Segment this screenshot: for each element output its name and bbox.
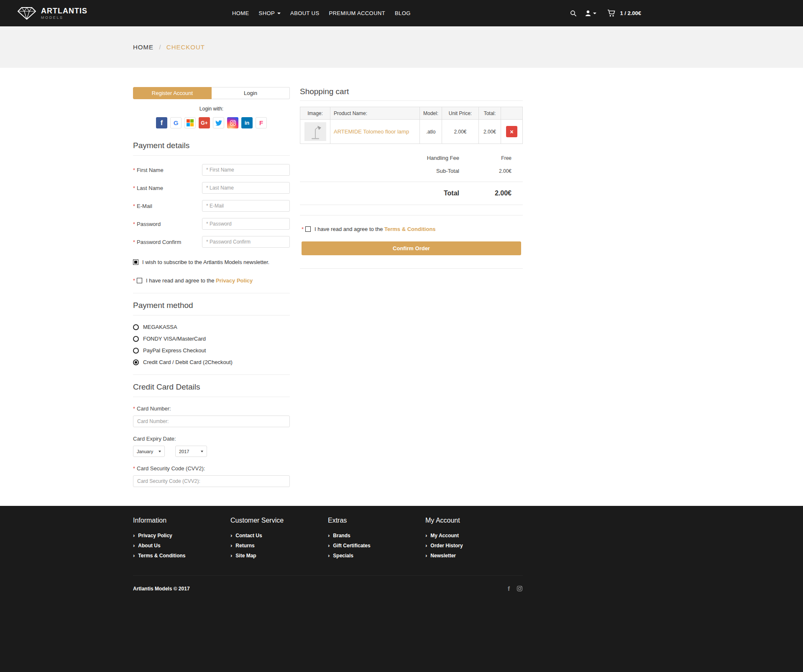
chevron-right-icon: ›	[425, 533, 427, 538]
footer-col-title: Customer Service	[230, 517, 328, 524]
paypal-label: PayPal Express Checkout	[143, 347, 206, 354]
nav-shop[interactable]: SHOP	[259, 10, 281, 16]
google-login-button[interactable]: G	[170, 117, 182, 128]
divider	[300, 205, 523, 205]
cvv-input[interactable]	[133, 475, 290, 487]
footer-link-contact-us[interactable]: ›Contact Us	[230, 533, 328, 539]
fondy-radio[interactable]	[133, 336, 139, 342]
breadcrumb-separator: /	[159, 44, 161, 51]
newsletter-checkbox[interactable]	[133, 259, 138, 265]
checkout-page: Register Account Login Login with: f G G…	[133, 68, 523, 506]
megakassa-radio[interactable]	[133, 324, 139, 330]
foursquare-icon: F	[259, 119, 263, 126]
terms-checkbox[interactable]	[305, 226, 311, 232]
microsoft-login-button[interactable]	[184, 117, 196, 128]
sub-total-row: Sub-Total 2.00€	[300, 168, 523, 174]
privacy-policy-link[interactable]: Privacy Policy	[216, 277, 253, 284]
tab-login[interactable]: Login	[212, 87, 290, 99]
footer-link-privacy-policy[interactable]: ›Privacy Policy	[133, 533, 230, 539]
card-number-input[interactable]	[133, 416, 290, 427]
product-model: .atlo	[419, 120, 442, 144]
footer-link-my-account[interactable]: ›My Account	[425, 533, 523, 539]
payment-option-2checkout: Credit Card / Debit Card (2Checkout)	[133, 359, 290, 365]
footer-link-gift-certificates[interactable]: ›Gift Certificates	[328, 543, 425, 549]
sub-total-label: Sub-Total	[436, 168, 459, 174]
col-model: Model:	[419, 107, 442, 120]
footer-link-site-map[interactable]: ›Site Map	[230, 553, 328, 559]
chevron-right-icon: ›	[133, 533, 135, 538]
foursquare-login-button[interactable]: F	[256, 117, 267, 128]
instagram-login-button[interactable]	[227, 117, 238, 128]
twitter-login-button[interactable]	[213, 117, 224, 128]
search-button[interactable]	[570, 10, 577, 17]
card-expiry-label: Card Expiry Date:	[133, 436, 290, 442]
credit-card-radio[interactable]	[133, 359, 139, 365]
footer-instagram-link[interactable]	[517, 585, 523, 592]
first-name-input[interactable]	[202, 164, 290, 176]
cart-item-row: ARTEMIDE Tolomeo floor lamp .atlo 2.00€ …	[300, 120, 523, 144]
linkedin-login-button[interactable]: in	[241, 117, 253, 128]
instagram-icon	[517, 585, 523, 592]
account-tabs: Register Account Login	[133, 87, 290, 99]
product-name-link[interactable]: ARTEMIDE Tolomeo floor lamp	[334, 128, 409, 135]
facebook-login-button[interactable]: f	[156, 117, 167, 128]
remove-item-button[interactable]: ×	[506, 126, 517, 137]
expiry-month-select[interactable]: January	[133, 446, 165, 457]
expiry-selects: January 2017	[133, 446, 290, 457]
payment-option-paypal: PayPal Express Checkout	[133, 347, 290, 354]
tab-register-account[interactable]: Register Account	[133, 87, 212, 99]
footer-link-terms-conditions[interactable]: ›Terms & Conditions	[133, 553, 230, 559]
footer-link-about-us[interactable]: ›About Us	[133, 543, 230, 549]
chevron-right-icon: ›	[230, 544, 232, 548]
nav-home[interactable]: HOME	[232, 10, 249, 16]
google-plus-login-button[interactable]: G+	[199, 117, 210, 128]
footer-link-brands[interactable]: ›Brands	[328, 533, 425, 539]
required-mark: *	[133, 465, 135, 472]
search-icon	[570, 10, 577, 17]
footer-link-specials[interactable]: ›Specials	[328, 553, 425, 559]
shopping-cart-title: Shopping cart	[300, 87, 523, 101]
nav-about-us[interactable]: ABOUT US	[290, 10, 319, 16]
password-confirm-input[interactable]	[202, 236, 290, 248]
facebook-icon: f	[508, 585, 510, 592]
product-thumbnail[interactable]	[304, 122, 326, 141]
nav-blog[interactable]: BLOG	[395, 10, 411, 16]
footer-link-newsletter[interactable]: ›Newsletter	[425, 553, 523, 559]
google-icon: G	[174, 119, 179, 126]
breadcrumb: HOME / CHECKOUT	[133, 44, 523, 51]
password-label: *Password	[133, 221, 202, 227]
paypal-radio[interactable]	[133, 348, 139, 354]
footer-facebook-link[interactable]: f	[508, 585, 510, 592]
nav-premium-account[interactable]: PREMIUM ACCOUNT	[329, 10, 385, 16]
account-menu-button[interactable]	[585, 10, 596, 16]
credit-card-title: Credit Card Details	[133, 382, 290, 397]
cart-icon	[607, 9, 616, 17]
checkout-right-column: Shopping cart Image: Product Name: Model…	[300, 87, 523, 487]
email-input[interactable]	[202, 200, 290, 212]
chevron-down-icon	[593, 13, 596, 14]
floor-lamp-image	[308, 124, 322, 140]
terms-conditions-link[interactable]: Terms & Conditions	[384, 226, 436, 232]
col-total: Total:	[479, 107, 501, 120]
chevron-right-icon: ›	[425, 544, 427, 548]
confirm-order-button[interactable]: Confirm Order	[302, 241, 521, 255]
linkedin-icon: in	[245, 120, 250, 126]
brand-logo[interactable]: ARTLANTIS MODELS	[17, 6, 87, 21]
breadcrumb-home-link[interactable]: HOME	[133, 44, 153, 51]
footer-link-returns[interactable]: ›Returns	[230, 543, 328, 549]
product-total: 2.00€	[479, 120, 501, 144]
expiry-month-value: January	[137, 449, 153, 454]
total-label: Total	[444, 190, 459, 197]
last-name-input[interactable]	[202, 182, 290, 194]
required-mark: *	[133, 221, 135, 227]
expiry-year-select[interactable]: 2017	[175, 446, 207, 457]
footer-link-order-history[interactable]: ›Order History	[425, 543, 523, 549]
section-divider	[133, 374, 290, 375]
brand-subtitle: MODELS	[41, 16, 87, 20]
password-input[interactable]	[202, 218, 290, 230]
privacy-checkbox[interactable]	[137, 278, 142, 283]
required-mark: *	[133, 405, 135, 412]
footer-social-links: f	[508, 585, 523, 592]
cart-button[interactable]: 1 / 2.00€	[607, 9, 641, 17]
sub-total-value: 2.00€	[459, 168, 523, 174]
